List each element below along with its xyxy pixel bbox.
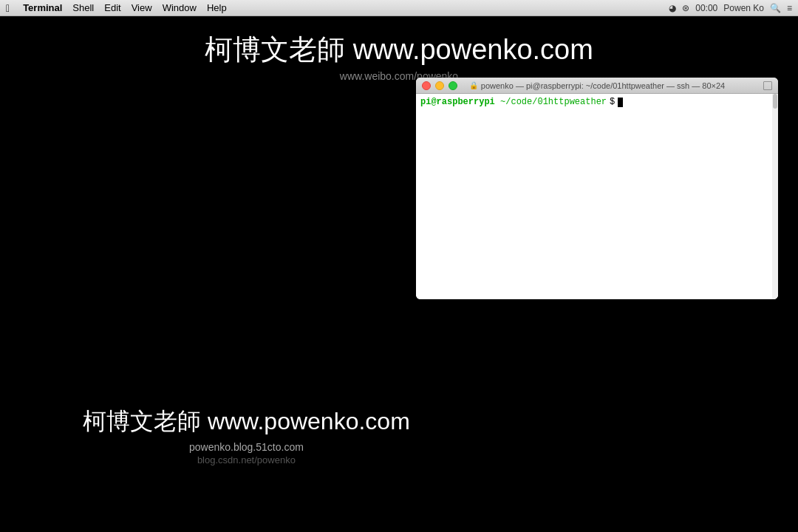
time-display: 00:00	[695, 3, 717, 13]
terminal-body[interactable]: pi@raspberrypi ~/code/01httpweather $	[416, 94, 778, 299]
menu-edit[interactable]: Edit	[104, 2, 120, 13]
wifi-icon: ⊛	[682, 3, 689, 13]
user-name: Powen Ko	[723, 3, 764, 13]
menubar-right: ◕ ⊛ 00:00 Powen Ko 🔍 ≡	[669, 3, 792, 13]
menu-help[interactable]: Help	[207, 2, 227, 13]
lock-icon: 🔒	[469, 81, 478, 89]
maximize-button[interactable]	[449, 81, 457, 90]
resize-handle[interactable]	[763, 81, 772, 90]
search-icon[interactable]: 🔍	[770, 3, 781, 13]
menu-terminal[interactable]: Terminal	[23, 2, 62, 13]
terminal-titlebar: 🔒 powenko — pi@raspberrypi: ~/code/01htt…	[416, 78, 778, 94]
main-area: 柯博文老師 www.powenko.com www.weibo.com/powe…	[0, 16, 798, 532]
watermark-bottom: 柯博文老師 www.powenko.com powenko.blog.51cto…	[83, 406, 410, 466]
notification-icon[interactable]: ≡	[787, 3, 792, 13]
terminal-scrollbar[interactable]	[772, 94, 778, 299]
watermark-bottom-sub2: blog.csdn.net/powenko	[83, 454, 410, 466]
minimize-button[interactable]	[435, 81, 444, 90]
watermark-top-main: 柯博文老師 www.powenko.com	[205, 31, 593, 69]
bluetooth-icon: ◕	[669, 3, 676, 13]
menubar:  Terminal Shell Edit View Window Help ◕…	[0, 0, 798, 16]
prompt-path: ~/code/01httpweather	[495, 97, 607, 107]
watermark-bottom-main: 柯博文老師 www.powenko.com	[83, 406, 410, 438]
watermark-top: 柯博文老師 www.powenko.com www.weibo.com/powe…	[205, 31, 593, 82]
terminal-cursor	[618, 98, 623, 107]
close-button[interactable]	[422, 81, 431, 90]
menu-view[interactable]: View	[132, 2, 152, 13]
terminal-title-text: powenko — pi@raspberrypi: ~/code/01httpw…	[481, 81, 725, 90]
prompt-user: pi@raspberrypi	[420, 97, 495, 107]
menu-window[interactable]: Window	[163, 2, 197, 13]
terminal-title: 🔒 powenko — pi@raspberrypi: ~/code/01htt…	[469, 81, 725, 90]
terminal-scrollbar-thumb[interactable]	[773, 94, 777, 109]
terminal-prompt: pi@raspberrypi ~/code/01httpweather $	[420, 97, 774, 107]
prompt-dollar: $	[610, 97, 615, 107]
watermark-bottom-sub1: powenko.blog.51cto.com	[83, 441, 410, 453]
apple-menu[interactable]: 	[6, 2, 10, 14]
menu-shell[interactable]: Shell	[72, 2, 94, 13]
terminal-window: 🔒 powenko — pi@raspberrypi: ~/code/01htt…	[416, 78, 778, 299]
